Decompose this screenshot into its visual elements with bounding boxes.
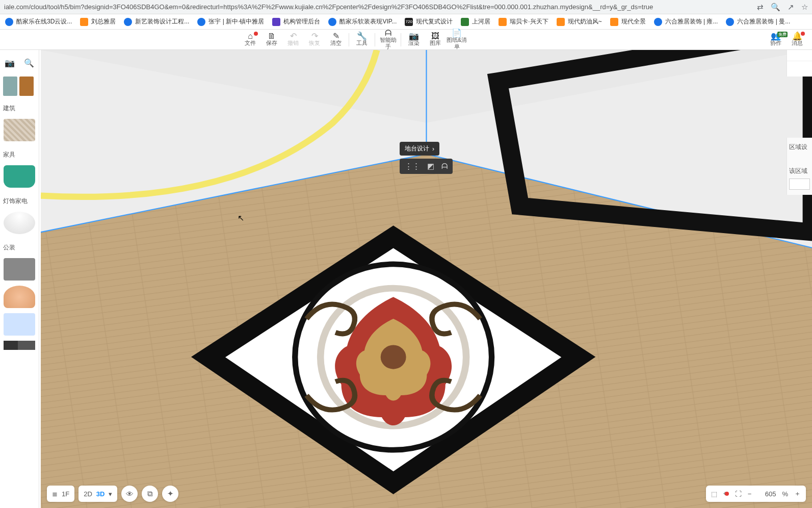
- zoom-icon[interactable]: 🔍: [771, 3, 780, 12]
- mode-3d[interactable]: 3D: [96, 490, 105, 498]
- bookmark-item[interactable]: 六合雅居装饰 | 曼...: [724, 16, 792, 27]
- select-tool-icon[interactable]: ⬚: [711, 490, 717, 498]
- drag-handle-icon[interactable]: ⋮⋮: [405, 162, 420, 171]
- eraser-icon[interactable]: ◩: [427, 162, 434, 171]
- bookmark-item[interactable]: 720现代复式设计: [403, 16, 455, 27]
- layers-icon: ≣: [52, 490, 58, 498]
- compass-button[interactable]: ✦: [162, 486, 178, 502]
- svg-point-13: [381, 345, 406, 369]
- messages-button[interactable]: 🔔消息: [787, 33, 808, 46]
- bookmark-item[interactable]: 刘总雅居: [78, 16, 118, 27]
- thumb-stairs[interactable]: [4, 119, 35, 141]
- mode-2d[interactable]: 2D: [84, 490, 92, 498]
- target-icon[interactable]: ⌖: [723, 490, 729, 498]
- camera-icon[interactable]: 📷: [5, 58, 15, 68]
- browser-url-bar: iale.com/cloud/tool/h5/bim?designid=3FO4…: [0, 0, 812, 14]
- save-button[interactable]: 🗎保存: [261, 33, 282, 46]
- star-icon[interactable]: ☆: [801, 3, 808, 12]
- bookmark-item[interactable]: 张宇 | 新中·镇中雅居: [195, 16, 266, 27]
- render-button[interactable]: 📷渲染: [403, 33, 425, 46]
- copy-button[interactable]: ⧉: [142, 486, 158, 502]
- file-menu[interactable]: ⌂文件: [240, 33, 261, 46]
- material-thumb[interactable]: [19, 77, 34, 96]
- thumb-misc[interactable]: [4, 313, 35, 336]
- drawings-button[interactable]: 📄图纸&清单: [446, 30, 467, 50]
- material-thumb[interactable]: [3, 77, 17, 96]
- translate-icon[interactable]: ⇄: [757, 3, 764, 12]
- chevron-right-icon: ›: [432, 145, 434, 153]
- collab-button[interactable]: 免费👥协作: [765, 33, 787, 46]
- zoom-toolbar: ⬚ ⌖ ⛶ − 605 % ＋: [706, 486, 806, 502]
- region-input[interactable]: [789, 179, 810, 190]
- context-popover: 地台设计› ⋮⋮ ◩ ᗩ: [400, 142, 453, 174]
- thumb-lamp[interactable]: [4, 212, 35, 234]
- share-icon[interactable]: ↗: [788, 3, 794, 12]
- bookmark-item[interactable]: 现代全景: [608, 16, 648, 27]
- undo-button[interactable]: ↶撤销: [282, 33, 304, 46]
- context-toolbar: ⋮⋮ ◩ ᗩ: [400, 159, 453, 174]
- bookmark-item[interactable]: 六合雅居装饰 | 雍...: [652, 16, 720, 27]
- context-label[interactable]: 地台设计›: [400, 142, 439, 156]
- cat-furniture[interactable]: 家具: [3, 148, 39, 161]
- bookmark-item[interactable]: 新艺装饰设计工程...: [122, 16, 191, 27]
- thumb-table[interactable]: [4, 258, 35, 281]
- region-title: 区域设: [789, 143, 810, 151]
- zoom-unit: %: [782, 490, 788, 498]
- tools-menu[interactable]: 🔧工具: [351, 33, 373, 46]
- ai-fill-icon[interactable]: ᗩ: [441, 162, 448, 171]
- bookmark-item[interactable]: 上河居: [459, 16, 492, 27]
- thumb-figure[interactable]: [4, 286, 35, 308]
- redo-button[interactable]: ↷恢复: [304, 33, 325, 46]
- clear-button[interactable]: ✎清空: [325, 33, 347, 46]
- bookmark-item[interactable]: 机构管理后台: [270, 16, 322, 27]
- cat-lighting[interactable]: 灯饰家电: [3, 195, 39, 208]
- view-toolbar: ≣ 1F 2D 3D ▾ 👁 ⧉ ✦: [47, 486, 178, 502]
- bookmark-item[interactable]: 酷家乐软装表现VIP...: [326, 16, 399, 27]
- app-toolbar: ⌂文件 🗎保存 ↶撤销 ↷恢复 ✎清空 🔧工具 ᗩ智能助手 📷渲染 🖼图库 📄图…: [0, 30, 812, 50]
- fit-screen-icon[interactable]: ⛶: [735, 490, 742, 498]
- right-panel: [787, 50, 812, 77]
- zoom-in-button[interactable]: ＋: [794, 489, 801, 498]
- visibility-button[interactable]: 👁: [121, 486, 138, 502]
- chevron-down-icon: ▾: [109, 490, 112, 498]
- left-sidebar: 📷 🔍 建筑 家具 灯饰家电 公装: [0, 50, 39, 508]
- thumb-switch[interactable]: [4, 341, 35, 350]
- zoom-out-button[interactable]: −: [748, 490, 752, 498]
- bookmark-item[interactable]: 酷家乐在线3D云设...: [3, 16, 74, 27]
- thumb-sofa[interactable]: [4, 165, 35, 188]
- design-canvas[interactable]: 地台设计› ⋮⋮ ◩ ᗩ ↖ ≣ 1F 2D 3D ▾ 👁 ⧉ ✦ ⬚ ⌖ ⛶ …: [41, 50, 812, 508]
- bookmark-item[interactable]: 瑞贝卡·兴天下: [496, 16, 550, 27]
- cat-public[interactable]: 公装: [3, 241, 39, 254]
- ai-helper-button[interactable]: ᗩ智能助手: [377, 30, 399, 50]
- bookmark-item[interactable]: 现代奶油风~: [555, 16, 604, 27]
- view-mode-toggle[interactable]: 2D 3D ▾: [78, 486, 117, 502]
- page-url[interactable]: iale.com/cloud/tool/h5/bim?designid=3FO4…: [4, 3, 757, 11]
- region-tip: 该区域: [789, 167, 810, 175]
- cat-build[interactable]: 建筑: [3, 102, 39, 115]
- scene-3d[interactable]: [41, 50, 812, 508]
- search-icon[interactable]: 🔍: [24, 58, 34, 68]
- bookmarks-bar: 酷家乐在线3D云设... 刘总雅居 新艺装饰设计工程... 张宇 | 新中·镇中…: [0, 14, 812, 30]
- gallery-button[interactable]: 🖼图库: [425, 33, 446, 46]
- zoom-value: 605: [757, 490, 776, 498]
- floor-selector[interactable]: ≣ 1F: [47, 486, 74, 502]
- region-panel: 区域设 该区域: [787, 138, 812, 195]
